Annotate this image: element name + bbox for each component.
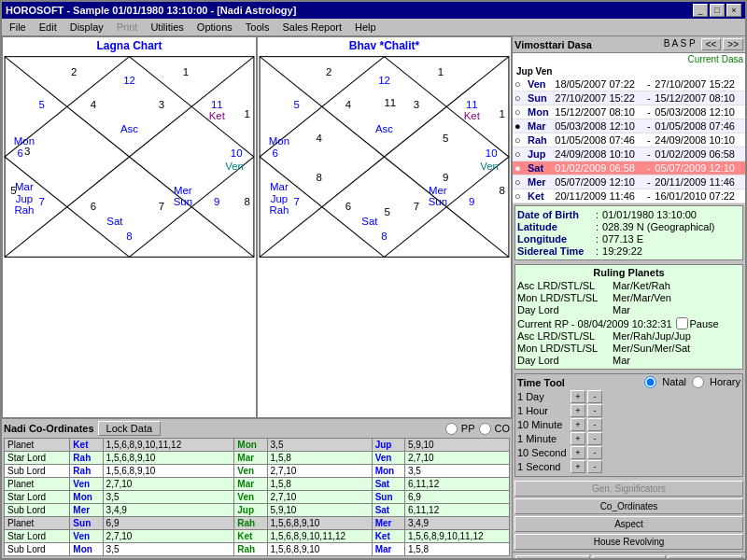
lat-label: Latitude <box>517 221 592 232</box>
horary-radio[interactable] <box>692 376 704 388</box>
print-button[interactable]: PRINT <box>515 555 590 558</box>
svg-text:8: 8 <box>381 231 387 242</box>
nadi-type: Planet <box>5 439 70 452</box>
dasa-end: 01/02/2009 06:58 <box>653 147 745 161</box>
dasa-start: 05/03/2008 12:10 <box>553 119 645 133</box>
ruling-mon2-value: Mer/Sun/Mer/Sat <box>613 343 740 354</box>
time-minus-button[interactable]: - <box>587 432 602 445</box>
dasa-prev-button[interactable]: << <box>701 38 722 50</box>
left-panel: Lagna Chart <box>2 36 512 558</box>
nadi-ket-val: 1,5,6,8,9,10 <box>103 452 234 465</box>
natal-radio[interactable] <box>644 376 656 388</box>
time-minus-button[interactable]: - <box>587 418 602 431</box>
time-plus-button[interactable]: + <box>571 418 585 431</box>
nadi-type: Sub Lord <box>5 504 70 517</box>
menu-tools[interactable]: Tools <box>240 20 275 35</box>
svg-text:Sat: Sat <box>361 216 378 227</box>
menu-help[interactable]: Help <box>349 20 382 35</box>
svg-text:Jup: Jup <box>16 193 33 204</box>
nadi-jup-planet: Ven <box>372 452 404 465</box>
menu-print[interactable]: Print <box>111 20 144 35</box>
ruling-day2-row: Day Lord Mar <box>517 355 740 366</box>
co-radio[interactable] <box>479 423 491 435</box>
dasa-dash: - <box>645 119 653 133</box>
ruling-day2-label: Day Lord <box>517 355 611 366</box>
time-plus-button[interactable]: + <box>571 432 585 445</box>
house-revolving-button[interactable]: House Revolving <box>514 534 743 550</box>
nadi-row: Star Lord Mon 3,5 Ven 2,7,10 Sun 6,9 <box>5 491 510 504</box>
nadi-ket-val: 1,5,6,8,9,10 <box>103 465 234 478</box>
nadi-jup-val: 3,5 <box>404 465 509 478</box>
dasa-planet: Mon <box>526 105 553 119</box>
menu-options[interactable]: Options <box>191 20 238 35</box>
nadi-mon-planet: Rah <box>234 517 267 530</box>
time-plus-button[interactable]: + <box>571 390 585 403</box>
nadi-jup-val: 6,9 <box>404 491 509 504</box>
nadi-mon-planet: Mon <box>234 439 267 452</box>
dasa-start: 01/02/2009 06:58 <box>553 161 645 175</box>
time-row-label: 10 Second <box>517 447 569 458</box>
menu-file[interactable]: File <box>4 20 32 35</box>
radio-group: PP CO <box>445 423 510 435</box>
pp-radio[interactable] <box>445 423 458 435</box>
time-minus-button[interactable]: - <box>587 404 602 417</box>
svg-text:Sun: Sun <box>174 196 192 207</box>
sid-row: Sidereal Time : 19:29:22 <box>517 245 740 257</box>
maximize-button[interactable]: □ <box>710 4 725 17</box>
pause-label: Pause <box>690 318 719 329</box>
time-minus-button[interactable]: - <box>587 390 602 403</box>
close-window-button[interactable]: × <box>726 4 741 17</box>
nadi-jup-val: 3,4,9 <box>404 517 509 530</box>
ruling-asc-row: Asc LRD/STL/SL Mar/Ket/Rah <box>517 280 740 291</box>
time-plus-button[interactable]: + <box>571 404 585 417</box>
minimize-button[interactable]: _ <box>693 4 708 17</box>
dasa-dash: - <box>645 91 653 105</box>
menu-edit[interactable]: Edit <box>34 20 63 35</box>
time-minus-button[interactable]: - <box>587 460 602 473</box>
menu-utilities[interactable]: Utilities <box>145 20 189 35</box>
nadi-mon-val: 1,5,8 <box>267 452 372 465</box>
svg-text:11: 11 <box>211 99 223 110</box>
time-plus-button[interactable]: + <box>571 460 585 473</box>
svg-text:1: 1 <box>438 66 444 77</box>
nadi-ket-planet: Sun <box>70 517 103 530</box>
gen-significators-button[interactable]: Gen. Significators <box>514 481 743 497</box>
menu-sales-report[interactable]: Sales Report <box>276 20 347 35</box>
dasa-planet: Mar <box>526 119 553 133</box>
nadi-row: Star Lord Ven 2,7,10 Ket 1,5,6,8,9,10,11… <box>5 530 510 543</box>
dasa-dash: - <box>645 175 653 189</box>
nadi-mon-val: 2,7,10 <box>267 465 372 478</box>
pause-checkbox[interactable] <box>676 317 688 329</box>
dasa-dash: - <box>645 147 653 161</box>
lock-data-button[interactable]: Lock Data <box>98 421 162 436</box>
chalit-chart-wrapper: 12 11 Ket 10 Ven 9 8 Sat 7 6 5 Asc <box>258 54 511 259</box>
dasa-symbol: ○ <box>513 175 526 189</box>
nadi-ket-val: 3,5 <box>103 491 234 504</box>
svg-text:Sat: Sat <box>106 216 123 227</box>
svg-text:2: 2 <box>71 66 77 77</box>
svg-text:6: 6 <box>18 147 23 159</box>
current-dasa-label: Current Dasa <box>513 53 745 65</box>
time-plus-button[interactable]: + <box>571 446 585 459</box>
nadi-type: Planet <box>5 517 70 530</box>
close-button[interactable]: CLOSE <box>668 555 742 558</box>
ruling-mon-label: Mon LRD/STL/SL <box>517 292 611 303</box>
lon-colon: : <box>596 233 599 245</box>
nadi-row: Star Lord Rah 1,5,6,8,9,10 Mar 1,5,8 Ven… <box>5 452 510 465</box>
time-minus-button[interactable]: - <box>587 446 602 459</box>
nadi-ket-val: 3,4,9 <box>103 504 234 517</box>
svg-text:10: 10 <box>486 147 498 159</box>
dasa-start: 24/09/2008 10:10 <box>553 147 645 161</box>
co-ordinates-button[interactable]: Co_Ordinates <box>514 498 743 514</box>
svg-text:9: 9 <box>214 196 219 207</box>
dasa-next-button[interactable]: >> <box>723 38 743 50</box>
nadi-mon-val: 2,7,10 <box>267 491 372 504</box>
charts-row: Lagna Chart <box>2 36 512 418</box>
nadi-ket-val: 2,7,10 <box>103 478 234 491</box>
nadi-jup-planet: Mar <box>372 543 404 556</box>
nadi-ket-planet: Rah <box>70 452 103 465</box>
aspect-button[interactable]: Aspect <box>514 516 743 532</box>
pages-button[interactable]: Pages <box>592 555 667 558</box>
nadi-type: Planet <box>5 478 70 491</box>
menu-display[interactable]: Display <box>64 20 109 35</box>
